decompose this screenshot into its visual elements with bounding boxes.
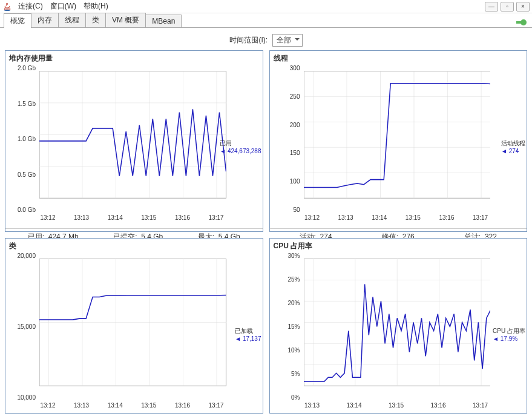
y-tick-label: 0.5 Gb — [5, 171, 36, 178]
menu-connect[interactable]: 连接(C) — [15, 1, 47, 12]
tab-threads[interactable]: 线程 — [58, 13, 86, 27]
x-tick-label: 13:17 — [473, 402, 488, 409]
menu-window[interactable]: 窗口(W) — [47, 1, 80, 12]
panel-threads-title: 线程 — [270, 51, 527, 66]
x-tick-label: 13:16 — [175, 402, 190, 409]
y-tick-label: 50 — [270, 206, 300, 213]
heap-chart — [39, 68, 226, 210]
x-tick-label: 13:14 — [372, 214, 387, 221]
y-tick-label: 15% — [270, 323, 300, 330]
cpu-legend: CPU 占用率 ◄ 17.9% — [493, 327, 525, 343]
y-tick-label: 10% — [270, 347, 300, 354]
tab-vm[interactable]: VM 概要 — [105, 13, 146, 27]
window-controls: — ▫ × — [485, 2, 530, 12]
y-tick-label: 100 — [270, 178, 300, 185]
panel-classes-title: 类 — [5, 239, 263, 254]
tab-classes[interactable]: 类 — [85, 13, 106, 27]
tab-mbean[interactable]: MBean — [145, 15, 182, 27]
y-tick-label: 30% — [270, 252, 300, 259]
classes-chart — [39, 256, 226, 398]
minimize-button[interactable]: — — [485, 2, 498, 12]
svg-point-0 — [4, 10, 10, 11]
panel-threads: 线程 活动线程 ◄ 274 5010015020025030013:1213:1… — [269, 50, 528, 232]
x-tick-label: 13:15 — [389, 402, 404, 409]
x-tick-label: 13:17 — [473, 214, 488, 221]
x-tick-label: 13:14 — [108, 402, 123, 409]
menu-help[interactable]: 帮助(H) — [80, 1, 112, 12]
cpu-chart — [304, 256, 491, 398]
y-tick-label: 1.0 Gb — [5, 136, 36, 142]
panel-classes: 类 已加载 ◄ 17,137 10,00015,00020,00013:1213… — [5, 238, 263, 414]
tabbar: 概览 内存 线程 类 VM 概要 MBean — [0, 13, 532, 28]
y-tick-label: 200 — [270, 122, 300, 128]
x-tick-label: 13:12 — [304, 214, 320, 221]
threads-chart — [304, 68, 491, 210]
titlebar: 连接(C) 窗口(W) 帮助(H) — ▫ × — [0, 0, 532, 13]
x-tick-label: 13:16 — [439, 214, 454, 221]
y-tick-label: 20,000 — [5, 252, 36, 259]
close-button[interactable]: × — [516, 2, 530, 12]
svg-rect-15 — [304, 71, 491, 198]
x-tick-label: 13:12 — [40, 402, 55, 409]
x-tick-label: 13:16 — [431, 402, 446, 409]
y-tick-label: 10,000 — [5, 394, 36, 401]
x-tick-label: 13:13 — [338, 214, 353, 221]
x-tick-label: 13:14 — [346, 402, 361, 409]
time-range-select[interactable]: 全部 — [272, 34, 303, 47]
svg-point-1 — [521, 19, 527, 25]
y-tick-label: 150 — [270, 150, 300, 156]
charts-grid: 堆内存使用量 已用 ◄ 424,673,288 0.0 Gb0.5 Gb1.0 … — [0, 50, 532, 414]
classes-legend: 已加载 ◄ 17,137 — [235, 327, 261, 343]
panel-heap: 堆内存使用量 已用 ◄ 424,673,288 0.0 Gb0.5 Gb1.0 … — [5, 50, 263, 232]
threads-legend: 活动线程 ◄ 274 — [501, 139, 525, 155]
x-tick-label: 13:13 — [304, 402, 320, 409]
x-tick-label: 13:13 — [74, 214, 89, 221]
java-icon — [2, 2, 12, 12]
y-tick-label: 0.0 Gb — [5, 206, 36, 213]
connection-status-icon — [515, 18, 527, 27]
x-tick-label: 13:14 — [108, 214, 123, 221]
tab-overview[interactable]: 概览 — [4, 13, 31, 28]
heap-legend: 已用 ◄ 424,673,288 — [220, 139, 261, 155]
svg-rect-2 — [516, 21, 521, 24]
time-range-row: 时间范围(I): 全部 — [0, 28, 532, 50]
y-tick-label: 1.5 Gb — [5, 101, 36, 107]
x-tick-label: 13:15 — [406, 214, 421, 221]
panel-heap-title: 堆内存使用量 — [5, 51, 263, 66]
time-range-label: 时间范围(I): — [229, 36, 268, 44]
y-tick-label: 15,000 — [5, 323, 36, 330]
maximize-button[interactable]: ▫ — [501, 2, 514, 12]
y-tick-label: 0% — [270, 394, 300, 401]
x-tick-label: 13:12 — [40, 214, 55, 221]
x-tick-label: 13:15 — [141, 214, 156, 221]
y-tick-label: 250 — [270, 93, 300, 100]
x-tick-label: 13:16 — [175, 214, 190, 221]
y-tick-label: 20% — [270, 300, 300, 306]
panel-cpu: CPU 占用率 CPU 占用率 ◄ 17.9% 0%5%10%15%20%25%… — [269, 238, 528, 414]
x-tick-label: 13:13 — [74, 402, 89, 409]
y-tick-label: 2.0 Gb — [5, 65, 36, 71]
tab-memory[interactable]: 内存 — [31, 13, 59, 27]
y-tick-label: 5% — [270, 371, 300, 377]
x-tick-label: 13:15 — [141, 402, 156, 409]
x-tick-label: 13:17 — [209, 214, 224, 221]
x-tick-label: 13:17 — [209, 402, 224, 409]
y-tick-label: 300 — [270, 65, 300, 71]
panel-cpu-title: CPU 占用率 — [270, 239, 527, 254]
y-tick-label: 25% — [270, 276, 300, 283]
